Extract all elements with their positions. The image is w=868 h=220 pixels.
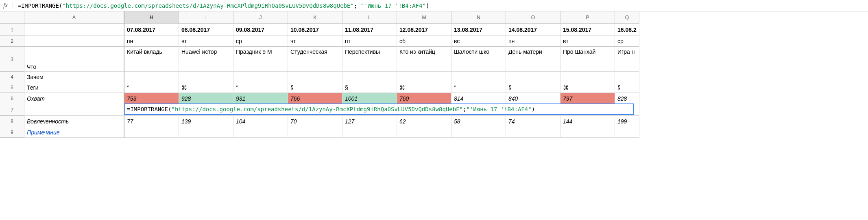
cell[interactable]	[24, 36, 124, 47]
cell[interactable]: 70	[288, 116, 342, 127]
row-header-3[interactable]: 3	[0, 47, 24, 72]
cell[interactable]	[506, 127, 560, 138]
cell[interactable]: пн	[124, 36, 179, 47]
row-header-4[interactable]: 4	[0, 72, 24, 82]
cell[interactable]	[615, 72, 639, 82]
cell[interactable]: §	[288, 82, 342, 93]
cell[interactable]: §	[506, 82, 560, 93]
cell[interactable]: Перспективы	[342, 47, 397, 72]
cell[interactable]: 07.08.2017	[124, 24, 179, 36]
cell[interactable]: Вовлеченность	[24, 116, 124, 127]
col-header-Q[interactable]: Q	[615, 11, 639, 24]
cell[interactable]: пн	[506, 36, 560, 47]
col-header-H[interactable]: H	[124, 11, 179, 24]
cell[interactable]: 753	[124, 93, 179, 104]
cell[interactable]: 144	[560, 116, 615, 127]
cell[interactable]: 08.08.2017	[179, 24, 233, 36]
cell[interactable]: Huawei истор	[179, 47, 233, 72]
cell[interactable]: 760	[397, 93, 451, 104]
cell[interactable]	[451, 127, 506, 138]
cell[interactable]: сб	[397, 36, 451, 47]
cell[interactable]: Кто из китайц	[397, 47, 451, 72]
cell[interactable]	[124, 127, 179, 138]
cell[interactable]: Праздник 9 М	[233, 47, 288, 72]
select-all-corner[interactable]	[0, 11, 24, 24]
cell[interactable]: 74	[506, 116, 560, 127]
cell[interactable]: ср	[233, 36, 288, 47]
cell[interactable]: пт	[342, 36, 397, 47]
cell[interactable]: 828	[615, 93, 639, 104]
col-header-K[interactable]: K	[288, 11, 342, 24]
cell[interactable]: 840	[506, 93, 560, 104]
col-header-N[interactable]: N	[451, 11, 506, 24]
formula-input[interactable]: =IMPORTRANGE("https://docs.google.com/sp…	[18, 2, 865, 9]
cell[interactable]	[24, 104, 124, 116]
cell[interactable]: 13.08.2017	[451, 24, 506, 36]
cell[interactable]: ⌘	[397, 82, 451, 93]
cell[interactable]: §	[615, 82, 639, 93]
cell[interactable]	[342, 72, 397, 82]
cell[interactable]: Примечание	[24, 127, 124, 138]
cell[interactable]	[288, 72, 342, 82]
row-header-9[interactable]: 9	[0, 127, 24, 138]
col-header-L[interactable]: L	[342, 11, 397, 24]
cell[interactable]: ⌘	[560, 82, 615, 93]
cell[interactable]: чт	[288, 36, 342, 47]
row-header-1[interactable]: 1	[0, 24, 24, 36]
cell[interactable]: §	[342, 82, 397, 93]
cell[interactable]: 58	[451, 116, 506, 127]
cell[interactable]: 139	[179, 116, 233, 127]
cell[interactable]: 797	[560, 93, 615, 104]
cell[interactable]: 766	[288, 93, 342, 104]
cell[interactable]: вт	[179, 36, 233, 47]
cell[interactable]	[233, 72, 288, 82]
cell[interactable]	[506, 72, 560, 82]
cell[interactable]: 127	[342, 116, 397, 127]
cell[interactable]: Студенческая	[288, 47, 342, 72]
cell[interactable]: °	[124, 82, 179, 93]
col-header-P[interactable]: P	[560, 11, 615, 24]
cell[interactable]	[342, 127, 397, 138]
cell[interactable]: Игра н	[615, 47, 639, 72]
cell[interactable]: 928	[179, 93, 233, 104]
cell[interactable]: Охват	[24, 93, 124, 104]
cell-editor[interactable]: =IMPORTRANGE("https://docs.google.com/sp…	[124, 103, 634, 115]
cell[interactable]: 77	[124, 116, 179, 127]
cell[interactable]	[560, 127, 615, 138]
cell[interactable]: °	[451, 82, 506, 93]
cell[interactable]: вт	[560, 36, 615, 47]
row-header-6[interactable]: 6	[0, 93, 24, 104]
cell[interactable]: 62	[397, 116, 451, 127]
cell[interactable]: 931	[233, 93, 288, 104]
cell[interactable]	[615, 127, 639, 138]
cell[interactable]: 15.08.2017	[560, 24, 615, 36]
cell[interactable]: Что	[24, 47, 124, 72]
cell[interactable]: 10.08.2017	[288, 24, 342, 36]
cell[interactable]: ср	[615, 36, 639, 47]
cell[interactable]: °	[233, 82, 288, 93]
cell[interactable]: 104	[233, 116, 288, 127]
cell[interactable]: 199	[615, 116, 639, 127]
cell[interactable]: 09.08.2017	[233, 24, 288, 36]
cell[interactable]	[397, 127, 451, 138]
cell[interactable]: 14.08.2017	[506, 24, 560, 36]
cell[interactable]: 12.08.2017	[397, 24, 451, 36]
col-header-J[interactable]: J	[233, 11, 288, 24]
cell[interactable]: Китай вкладь	[124, 47, 179, 72]
cell[interactable]	[451, 72, 506, 82]
cell[interactable]: 16.08.2	[615, 24, 639, 36]
col-header-A[interactable]: A	[24, 11, 124, 24]
cell[interactable]	[288, 127, 342, 138]
cell[interactable]	[179, 72, 233, 82]
cell[interactable]	[124, 72, 179, 82]
cell[interactable]: 11.08.2017	[342, 24, 397, 36]
cell[interactable]	[397, 72, 451, 82]
cell[interactable]	[179, 127, 233, 138]
cell[interactable]: 1001	[342, 93, 397, 104]
cell[interactable]: Про Шанхай	[560, 47, 615, 72]
cell[interactable]: Зачем	[24, 72, 124, 82]
cell[interactable]	[233, 127, 288, 138]
cell[interactable]: Теги	[24, 82, 124, 93]
cell[interactable]: вс	[451, 36, 506, 47]
cell[interactable]	[560, 72, 615, 82]
